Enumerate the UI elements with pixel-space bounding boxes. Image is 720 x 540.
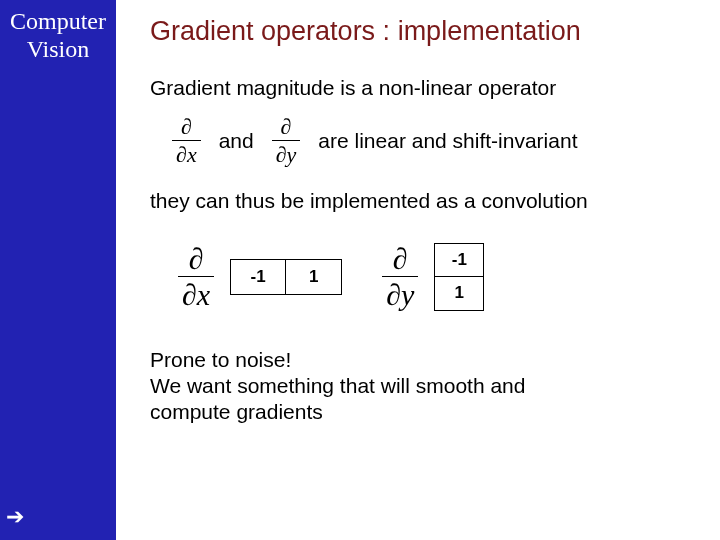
denominator: ∂x	[178, 277, 214, 311]
sidebar-title: Computer Vision	[0, 8, 116, 63]
closing-line1: Prone to noise!	[150, 347, 698, 373]
partial-operators-row: ∂ ∂x and ∂ ∂y are linear and shift-invar…	[172, 115, 698, 166]
sidebar-title-line2: Vision	[27, 36, 90, 62]
kernel-row: ∂ ∂x -1 1 ∂ ∂y -1 1	[178, 243, 698, 311]
numerator: ∂	[177, 115, 196, 140]
arrow-right-icon: ➔	[6, 504, 24, 530]
kernel-dy-group: ∂ ∂y -1 1	[382, 243, 484, 311]
denominator: ∂y	[272, 141, 301, 166]
numerator: ∂	[185, 243, 208, 277]
kernel-dy: -1 1	[434, 243, 484, 311]
denominator: ∂y	[382, 277, 418, 311]
closing-text: Prone to noise! We want something that w…	[150, 347, 698, 426]
kernel-dx: -1 1	[230, 259, 342, 295]
closing-line2: We want something that will smooth and	[150, 373, 698, 399]
sidebar: Computer Vision ➔	[0, 0, 116, 540]
kernel-dx-group: ∂ ∂x -1 1	[178, 243, 342, 311]
closing-line3: compute gradients	[150, 399, 698, 425]
slide-content: Gradient operators : implementation Grad…	[116, 0, 720, 540]
kernel-cell: -1	[434, 243, 484, 277]
partial-dy-icon: ∂ ∂y	[272, 115, 301, 166]
numerator: ∂	[277, 115, 296, 140]
linear-label: are linear and shift-invariant	[318, 128, 577, 154]
partial-dy-big-icon: ∂ ∂y	[382, 243, 418, 311]
text-magnitude: Gradient magnitude is a non-linear opera…	[150, 75, 698, 101]
slide-title: Gradient operators : implementation	[150, 16, 698, 47]
numerator: ∂	[389, 243, 412, 277]
partial-dx-big-icon: ∂ ∂x	[178, 243, 214, 311]
text-convolution: they can thus be implemented as a convol…	[150, 188, 698, 214]
sidebar-title-line1: Computer	[10, 8, 106, 34]
and-label: and	[219, 128, 254, 154]
denominator: ∂x	[172, 141, 201, 166]
kernel-cell: -1	[230, 259, 286, 295]
kernel-cell: 1	[434, 277, 484, 311]
kernel-cell: 1	[286, 259, 342, 295]
partial-dx-icon: ∂ ∂x	[172, 115, 201, 166]
